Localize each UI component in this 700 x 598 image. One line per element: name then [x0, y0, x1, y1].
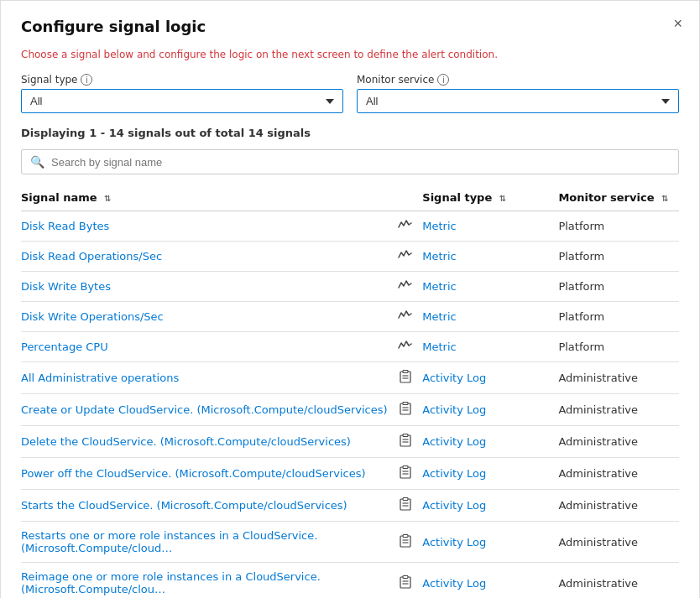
signal-name-link[interactable]: Create or Update CloudService. (Microsof…	[21, 403, 388, 416]
monitor-service-value: Administrative	[558, 536, 638, 549]
activity-log-icon	[400, 434, 411, 447]
signal-type-value: Activity Log	[422, 467, 486, 480]
monitor-service-label: Monitor service i	[357, 74, 679, 86]
monitor-sort-icon[interactable]: ⇅	[661, 194, 668, 203]
col-signal-type: Signal type ⇅	[422, 185, 538, 211]
signal-name-link[interactable]: All Administrative operations	[21, 372, 179, 384]
metric-icon	[398, 219, 413, 231]
signal-type-icon	[395, 563, 422, 599]
signal-type-value: Activity Log	[422, 499, 486, 512]
svg-rect-5	[403, 403, 408, 405]
signal-type-value: Metric	[422, 310, 456, 323]
signal-type-value: Activity Log	[422, 536, 486, 549]
monitor-service-value: Administrative	[558, 372, 638, 384]
panel-title: Configure signal logic	[21, 18, 679, 35]
signal-type-icon	[395, 242, 422, 272]
table-row: Starts the CloudService. (Microsoft.Comp…	[21, 490, 679, 522]
signal-type-icon	[395, 522, 422, 563]
signal-type-icon	[395, 458, 422, 490]
signal-type-value: Metric	[422, 280, 456, 293]
signal-name-link[interactable]: Disk Read Operations/Sec	[21, 250, 162, 263]
table-header-row: Signal name ⇅ Signal type ⇅ Monitor serv…	[21, 185, 679, 211]
col-icon-spacer	[395, 185, 422, 211]
search-box: 🔍	[21, 149, 679, 174]
table-body: Disk Read BytesMetricPlatformDisk Read O…	[21, 211, 679, 599]
monitor-service-value: Platform	[558, 280, 604, 293]
signals-table: Signal name ⇅ Signal type ⇅ Monitor serv…	[21, 185, 679, 598]
monitor-service-group: Monitor service i All Platform Administr…	[357, 74, 679, 113]
activity-log-icon	[400, 497, 411, 511]
svg-rect-17	[403, 498, 408, 501]
signal-type-icon	[395, 302, 422, 332]
results-info: Displaying 1 - 14 signals out of total 1…	[21, 127, 679, 139]
signal-name-link[interactable]: Restarts one or more role instances in a…	[21, 529, 317, 554]
signal-type-label: Signal type i	[21, 74, 343, 86]
signal-type-info-icon[interactable]: i	[81, 74, 92, 86]
signal-name-link[interactable]: Disk Read Bytes	[21, 220, 109, 232]
monitor-service-value: Administrative	[558, 467, 638, 480]
close-button[interactable]: ×	[673, 16, 682, 31]
signal-type-icon	[395, 272, 422, 302]
type-sort-icon[interactable]: ⇅	[499, 194, 506, 203]
signal-name-link[interactable]: Percentage CPU	[21, 341, 108, 353]
table-row: Percentage CPUMetricPlatform	[21, 332, 679, 362]
monitor-service-value: Administrative	[558, 499, 638, 512]
monitor-service-value: Platform	[558, 341, 604, 353]
table-row: All Administrative operationsActivity Lo…	[21, 362, 679, 394]
table-row: Disk Write Operations/SecMetricPlatform	[21, 302, 679, 332]
metric-icon	[398, 279, 413, 291]
activity-log-icon	[400, 465, 411, 479]
signal-type-value: Metric	[422, 220, 456, 232]
table-row: Restarts one or more role instances in a…	[21, 522, 679, 563]
signal-type-icon	[395, 490, 422, 522]
monitor-service-select[interactable]: All Platform Administrative	[357, 89, 679, 113]
signal-name-link[interactable]: Disk Write Bytes	[21, 280, 111, 293]
signal-name-link[interactable]: Disk Write Operations/Sec	[21, 310, 164, 323]
configure-signal-logic-panel: Configure signal logic × Choose a signal…	[0, 0, 700, 598]
monitor-service-value: Administrative	[558, 577, 638, 590]
signal-name-link[interactable]: Power off the CloudService. (Microsoft.C…	[21, 467, 366, 480]
table-row: Create or Update CloudService. (Microsof…	[21, 394, 679, 426]
filter-row: Signal type i All Metric Activity Log Mo…	[21, 74, 679, 113]
svg-rect-25	[403, 575, 408, 578]
signal-type-icon	[395, 362, 422, 394]
svg-rect-21	[403, 534, 408, 537]
table-row: Power off the CloudService. (Microsoft.C…	[21, 458, 679, 490]
monitor-service-value: Administrative	[558, 435, 638, 448]
monitor-service-value: Platform	[558, 220, 604, 232]
signal-name-link[interactable]: Reimage one or more role instances in a …	[21, 570, 321, 595]
signal-type-icon	[395, 332, 422, 362]
monitor-service-value: Platform	[558, 250, 604, 263]
signal-type-icon	[395, 426, 422, 458]
subtitle: Choose a signal below and configure the …	[21, 49, 679, 60]
svg-rect-13	[403, 466, 408, 469]
signal-name-link[interactable]: Delete the CloudService. (Microsoft.Comp…	[21, 435, 351, 448]
svg-rect-9	[403, 434, 408, 437]
monitor-service-info-icon[interactable]: i	[437, 74, 449, 86]
signal-name-link[interactable]: Starts the CloudService. (Microsoft.Comp…	[21, 499, 347, 512]
signal-type-select[interactable]: All Metric Activity Log	[21, 89, 343, 113]
table-row: Disk Write BytesMetricPlatform	[21, 272, 679, 302]
activity-log-icon	[400, 575, 411, 589]
signal-type-icon	[395, 211, 422, 242]
metric-icon	[398, 340, 413, 351]
metric-icon	[398, 309, 413, 321]
svg-rect-1	[403, 371, 408, 373]
activity-log-icon	[400, 402, 411, 415]
search-icon: 🔍	[30, 155, 44, 169]
col-signal-name: Signal name ⇅	[21, 185, 395, 211]
monitor-service-value: Platform	[558, 310, 604, 323]
monitor-service-value: Administrative	[558, 403, 638, 416]
signal-sort-icon[interactable]: ⇅	[104, 194, 111, 203]
signal-type-value: Activity Log	[422, 577, 486, 590]
activity-log-icon	[400, 534, 411, 548]
col-monitor-service: Monitor service ⇅	[558, 185, 679, 211]
activity-log-icon	[400, 370, 411, 383]
signal-type-value: Activity Log	[422, 435, 486, 448]
table-row: Disk Read Operations/SecMetricPlatform	[21, 242, 679, 272]
signal-type-value: Activity Log	[422, 372, 486, 384]
metric-icon	[398, 249, 413, 261]
col-sort-spacer	[538, 185, 558, 211]
search-input[interactable]	[51, 156, 670, 169]
signal-type-group: Signal type i All Metric Activity Log	[21, 74, 343, 113]
